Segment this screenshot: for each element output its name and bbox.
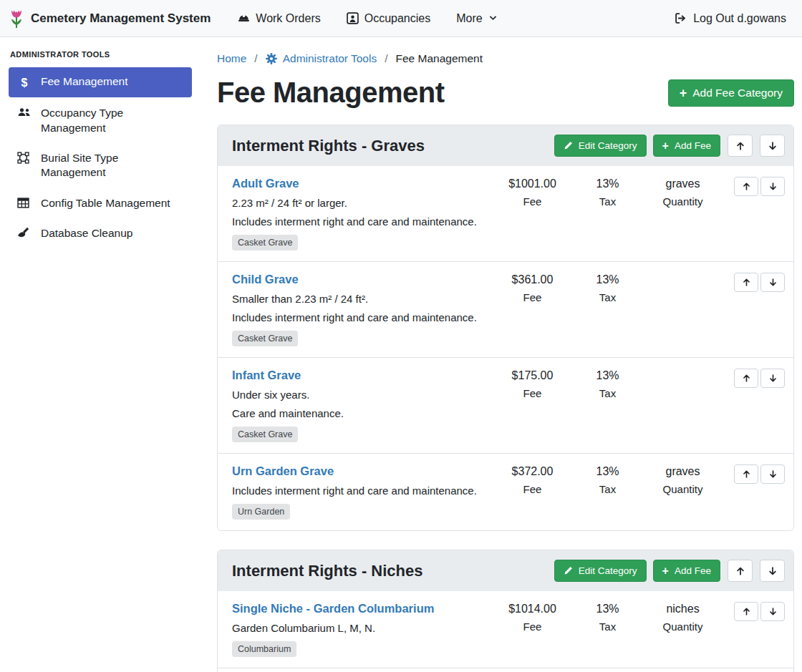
fee-descriptions: Includes interment right and care and ma… [232, 484, 484, 497]
fee-amount-label: Fee [491, 291, 574, 303]
fee-description: Includes interment right and care and ma… [232, 215, 484, 228]
sidebar-item-occupancy-type-management[interactable]: Occupancy Type Management [9, 99, 192, 142]
fee-name-link[interactable]: Single Niche - Garden Columbarium [232, 602, 434, 615]
app-brand[interactable]: Cemetery Management System [9, 8, 211, 29]
fee-amount-label: Fee [491, 195, 574, 208]
fee-row-actions [734, 177, 785, 196]
sidebar-item-label: Database Cleanup [41, 226, 132, 240]
move-category-up-button[interactable] [728, 560, 753, 582]
fee-row: Companion Niche - Garden Columbarium Gar… [218, 668, 793, 672]
pencil-icon [564, 566, 573, 575]
fee-categories: Interment Rights - Graves Edit Category … [217, 125, 794, 672]
fee-amount-col: $1001.00 Fee [491, 177, 574, 208]
move-fee-up-button[interactable] [734, 273, 758, 292]
fee-row-actions [734, 273, 785, 292]
move-category-down-button[interactable] [760, 135, 785, 157]
fee-descriptions: Garden Columbarium L, M, N. [232, 622, 484, 634]
fee-description: Garden Columbarium L, M, N. [232, 622, 484, 634]
fee-main: Infant Grave Under six years.Care and ma… [232, 369, 491, 442]
category-actions: Edit Category + Add Fee [554, 135, 785, 157]
move-fee-up-button[interactable] [734, 602, 758, 621]
fee-quantity-col: graves Quantity [642, 177, 724, 208]
fee-quantity-col: niches Quantity [642, 602, 724, 633]
edit-category-label: Edit Category [579, 140, 637, 151]
fee-tax: 13% [574, 369, 642, 382]
sidebar-item-database-cleanup[interactable]: Database Cleanup [9, 219, 192, 248]
nav-work-orders[interactable]: Work Orders [238, 12, 320, 25]
fee-quantity-label: Quantity [642, 483, 724, 495]
chevron-down-icon [488, 14, 498, 23]
fee-quantity-label: Quantity [642, 620, 724, 633]
top-navbar: Cemetery Management System Work Orders [0, 0, 802, 37]
move-fee-down-button[interactable] [760, 464, 785, 484]
arrow-down-icon [768, 278, 778, 287]
arrow-up-icon [742, 278, 751, 287]
fee-tax-col: 13% Tax [574, 273, 642, 303]
move-fee-down-button[interactable] [760, 602, 785, 621]
fee-tax-col: 13% Tax [574, 177, 642, 208]
breadcrumb-admin-tools[interactable]: Administrator Tools [266, 52, 377, 65]
sidebar-item-fee-management[interactable]: $ Fee Management [9, 67, 192, 97]
fee-amount: $175.00 [491, 369, 574, 382]
fee-quantity-col: graves Quantity [642, 464, 724, 495]
fee-name-link[interactable]: Infant Grave [232, 369, 301, 382]
arrow-up-icon [735, 141, 745, 151]
arrow-down-icon [768, 566, 778, 576]
category-title: Interment Rights - Graves [232, 137, 425, 155]
fee-row: Single Niche - Garden Columbarium Garden… [218, 591, 793, 668]
add-fee-category-label: Add Fee Category [692, 87, 783, 99]
move-category-down-button[interactable] [760, 560, 785, 582]
fee-amount: $361.00 [491, 273, 574, 286]
broom-icon [17, 227, 32, 239]
sidebar-item-burial-site-type-management[interactable]: Burial Site Type Management [9, 144, 192, 188]
tulip-logo-icon [9, 8, 24, 29]
fee-type-badge: Casket Grave [232, 427, 298, 442]
add-fee-category-button[interactable]: + Add Fee Category [668, 79, 794, 107]
breadcrumb-home[interactable]: Home [217, 52, 246, 65]
nav-logout-label: Log Out d.gowans [693, 12, 786, 25]
fee-rows: Adult Grave 2.23 m² / 24 ft² or larger.I… [218, 166, 793, 530]
move-fee-down-button[interactable] [760, 177, 785, 196]
move-fee-up-button[interactable] [734, 369, 758, 388]
fee-category-header: Interment Rights - Graves Edit Category … [218, 125, 793, 166]
fee-amount: $1014.00 [491, 603, 574, 615]
nav-occupancies[interactable]: Occupancies [347, 12, 431, 25]
edit-category-button[interactable]: Edit Category [554, 135, 647, 157]
fee-tax: 13% [574, 465, 642, 478]
sidebar-item-label: Burial Site Type Management [41, 151, 183, 180]
fee-category-card: Interment Rights - Graves Edit Category … [217, 125, 794, 531]
sidebar-item-config-table-management[interactable]: Config Table Management [9, 189, 192, 218]
fee-name-link[interactable]: Urn Garden Grave [232, 464, 334, 478]
category-actions: Edit Category + Add Fee [554, 560, 785, 582]
move-category-up-button[interactable] [728, 135, 753, 157]
fee-type-badge: Columbarium [232, 641, 296, 657]
sidebar-item-label: Occupancy Type Management [41, 106, 183, 135]
move-fee-up-button[interactable] [734, 464, 758, 484]
add-fee-button[interactable]: + Add Fee [653, 135, 720, 157]
arrow-up-icon [742, 469, 751, 479]
fee-quantity-label: Quantity [642, 195, 724, 208]
fee-tax-col: 13% Tax [574, 602, 642, 633]
fee-amount-col: $372.00 Fee [491, 464, 574, 495]
app-title: Cemetery Management System [31, 11, 211, 26]
nav-logout[interactable]: Log Out d.gowans [675, 12, 786, 25]
fee-name-link[interactable]: Child Grave [232, 273, 299, 286]
fee-quantity: niches [642, 603, 724, 615]
arrow-down-icon [768, 469, 778, 479]
move-fee-down-button[interactable] [760, 369, 785, 388]
fee-main: Single Niche - Garden Columbarium Garden… [232, 602, 491, 657]
edit-category-button[interactable]: Edit Category [554, 560, 647, 582]
table-icon [17, 197, 32, 209]
add-fee-button[interactable]: + Add Fee [653, 560, 720, 582]
fee-description: Under six years. [232, 389, 484, 401]
fee-row-actions [734, 602, 785, 621]
fee-amount-label: Fee [491, 387, 574, 399]
nav-occupancies-label: Occupancies [364, 12, 431, 25]
breadcrumb-current: Fee Management [396, 52, 483, 65]
move-fee-down-button[interactable] [760, 273, 785, 292]
fee-type-badge: Urn Garden [232, 504, 290, 520]
fee-name-link[interactable]: Adult Grave [232, 177, 299, 190]
nav-more[interactable]: More [456, 12, 497, 25]
fee-amount-col: $175.00 Fee [491, 369, 574, 399]
move-fee-up-button[interactable] [734, 177, 758, 196]
